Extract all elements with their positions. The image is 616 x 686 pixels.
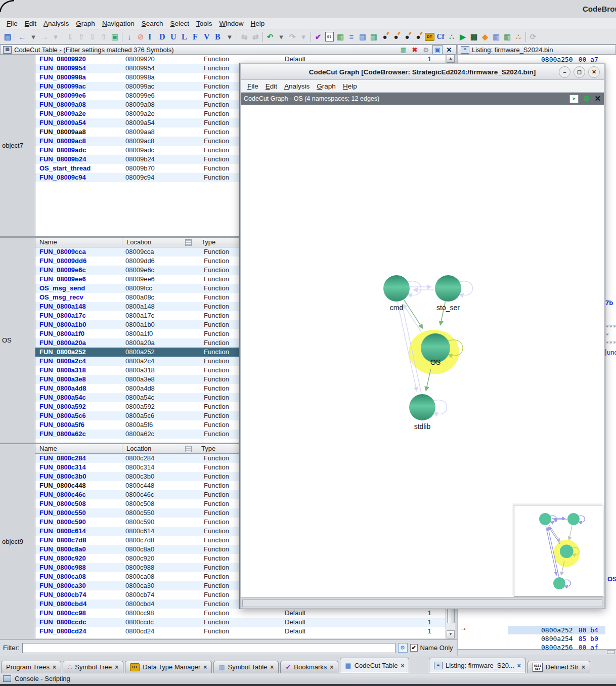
close-button[interactable]: ✕ bbox=[588, 66, 600, 78]
tab-bookmarks[interactable]: ✔Bookmarks× bbox=[280, 661, 338, 673]
maximize-button[interactable]: ◻ bbox=[574, 66, 585, 78]
menu-select[interactable]: Select bbox=[166, 19, 193, 28]
undo-menu-icon[interactable]: ▾ bbox=[276, 31, 287, 43]
forward-icon[interactable]: → bbox=[39, 31, 50, 43]
listing-hex-line[interactable]: 0800a25280 b4 bbox=[541, 626, 598, 634]
options-icon[interactable]: ⚙ bbox=[421, 46, 430, 54]
letter-u-icon[interactable]: U bbox=[168, 31, 180, 43]
scroll-down-icon[interactable]: ▼ bbox=[447, 630, 455, 638]
menu-help[interactable]: Help bbox=[247, 19, 269, 28]
snapshot-doc-icon[interactable]: ▣ bbox=[109, 31, 120, 43]
table-row[interactable]: FUN_0800cd240800cd24FunctionDefault1 bbox=[35, 627, 446, 636]
patch-up-icon[interactable]: ⇧ bbox=[98, 31, 109, 43]
datatype-archive-icon[interactable]: DT bbox=[424, 31, 435, 43]
table-row[interactable]: FUN_0800ccdc0800ccdcFunctionDefault1 bbox=[35, 618, 446, 627]
filter-options-icon[interactable]: ⚙ bbox=[398, 643, 408, 653]
tab-close-icon[interactable]: × bbox=[53, 664, 56, 671]
graph-menu-edit[interactable]: Edit bbox=[262, 81, 281, 91]
tab-symbol-tree[interactable]: ∴Symbol Tree× bbox=[63, 661, 123, 673]
listing-hex-line[interactable]: 0800a25600 af bbox=[541, 643, 598, 652]
tab-data-type-manager[interactable]: DTData Type Manager× bbox=[125, 661, 212, 673]
patch-down-icon[interactable]: ⇩ bbox=[87, 31, 98, 43]
column-header-name[interactable]: Name bbox=[35, 444, 122, 453]
letter-b-icon[interactable]: B bbox=[213, 31, 224, 43]
name-only-checkbox[interactable]: ✔ bbox=[410, 644, 418, 652]
graph-snapshot-icon[interactable]: ➤ bbox=[569, 95, 579, 103]
letter-f-icon[interactable]: F bbox=[191, 31, 202, 43]
pull-disassemble-icon[interactable]: ↓ bbox=[124, 31, 135, 43]
save-icon[interactable]: ▤ bbox=[2, 31, 13, 43]
column-header-location[interactable]: Location bbox=[122, 444, 197, 453]
back-icon[interactable]: ← bbox=[17, 31, 28, 43]
binary-view-icon[interactable]: 01 bbox=[324, 31, 335, 43]
table-row[interactable]: FUN_0800992008009920FunctionDefault1 bbox=[35, 55, 446, 64]
graph-window-titlebar[interactable]: CodeCut Graph [CodeBrowser: StrategicEd2… bbox=[241, 64, 604, 80]
tab-listing-firmware-s20-[interactable]: ≡Listing: firmware_S20...× bbox=[429, 658, 526, 673]
menu-graph[interactable]: Graph bbox=[72, 19, 99, 28]
graph-minimap[interactable] bbox=[514, 505, 603, 597]
menu-analysis[interactable]: Analysis bbox=[40, 19, 72, 28]
sort-icon[interactable] bbox=[185, 239, 192, 246]
tab-close-icon[interactable]: × bbox=[582, 664, 585, 671]
undo-icon[interactable]: ↶ bbox=[265, 31, 276, 43]
snapshot-icon[interactable]: ▣ bbox=[432, 45, 443, 55]
run-script-icon[interactable]: ▶ bbox=[457, 31, 468, 43]
back-menu-icon[interactable]: ▾ bbox=[28, 31, 39, 43]
letter-i-icon[interactable]: I bbox=[146, 31, 157, 43]
tab-symbol-table[interactable]: ▦Symbol Table× bbox=[213, 661, 279, 673]
letter-l-icon[interactable]: L bbox=[180, 31, 191, 43]
letters-menu-icon[interactable]: ▾ bbox=[224, 31, 235, 43]
table-export-icon[interactable]: ▦ bbox=[368, 31, 379, 43]
tab-codecut-table[interactable]: ▦CodeCut Table× bbox=[340, 658, 409, 673]
scroll-up-icon[interactable]: ▲ bbox=[447, 55, 455, 63]
export-program-icon[interactable]: ▦ bbox=[335, 31, 346, 43]
graph-menu-help[interactable]: Help bbox=[339, 81, 361, 91]
graph-menu-file[interactable]: File bbox=[244, 81, 262, 91]
listing-view-icon[interactable]: ≡ bbox=[346, 31, 357, 43]
disassemble-down-icon[interactable]: ⇩ bbox=[65, 31, 76, 43]
menu-navigation[interactable]: Navigation bbox=[99, 19, 138, 28]
send-to-table-icon[interactable]: ▦ bbox=[399, 46, 408, 54]
cf-icon[interactable]: Cf bbox=[435, 31, 446, 43]
sort-icon[interactable] bbox=[185, 446, 192, 452]
letter-v-icon[interactable]: V bbox=[202, 31, 213, 43]
codecut-graph-window[interactable]: CodeCut Graph [CodeBrowser: StrategicEd2… bbox=[240, 63, 605, 609]
listing-hex-line[interactable]: 0800a25485 b0 bbox=[541, 634, 598, 643]
remove-icon[interactable]: ✖ bbox=[410, 46, 419, 54]
filter-input[interactable] bbox=[22, 643, 395, 653]
bomb-2-icon[interactable]: ● bbox=[390, 31, 402, 43]
tab-defined-str[interactable]: 0101DATDefined Str× bbox=[527, 661, 590, 673]
validate-icon[interactable]: ✔ bbox=[313, 31, 324, 43]
prev-selection-icon[interactable]: ⇆ bbox=[239, 31, 250, 43]
menu-edit[interactable]: Edit bbox=[21, 19, 40, 28]
letter-d-icon[interactable]: D bbox=[157, 31, 168, 43]
bomb-1-icon[interactable]: ● bbox=[379, 31, 390, 43]
menu-search[interactable]: Search bbox=[138, 19, 167, 28]
forward-menu-icon[interactable]: ▾ bbox=[50, 31, 61, 43]
memory-map-icon[interactable]: ▩ bbox=[468, 31, 479, 43]
minimize-button[interactable]: – bbox=[559, 66, 570, 78]
graph-menu-graph[interactable]: Graph bbox=[313, 81, 339, 91]
bomb-4-icon[interactable]: ● bbox=[413, 31, 424, 43]
column-header-name[interactable]: Name bbox=[35, 238, 122, 247]
callgraph-icon[interactable]: ∴ bbox=[513, 31, 524, 43]
tab-close-icon[interactable]: × bbox=[330, 664, 333, 671]
menu-tools[interactable]: Tools bbox=[193, 19, 216, 28]
module-graph-icon[interactable]: ∴ bbox=[446, 31, 457, 43]
table-view-icon[interactable]: ▦ bbox=[357, 31, 368, 43]
tab-program-trees[interactable]: Program Trees× bbox=[1, 661, 61, 673]
clear-code-icon[interactable]: ⊘ bbox=[135, 31, 146, 43]
table-row[interactable]: FUN_0800cc980800cc98FunctionDefault1 bbox=[35, 609, 446, 618]
graph-refresh-icon[interactable]: ♻ bbox=[583, 94, 590, 103]
menu-file[interactable]: File bbox=[3, 19, 21, 28]
column-header-location[interactable]: Location bbox=[122, 238, 197, 247]
splitter-arrow-icon[interactable]: → bbox=[459, 623, 467, 632]
next-selection-icon[interactable]: ⇄ bbox=[250, 31, 261, 43]
disassemble-up-icon[interactable]: ⇧ bbox=[76, 31, 87, 43]
symbol-table-icon[interactable]: ▦ bbox=[491, 31, 502, 43]
tab-close-icon[interactable]: × bbox=[270, 664, 274, 671]
redo-menu-icon[interactable]: ▾ bbox=[298, 31, 309, 43]
tab-close-icon[interactable]: × bbox=[203, 664, 207, 671]
redo-icon[interactable]: ↷ bbox=[287, 31, 298, 43]
bomb-3-icon[interactable]: ● bbox=[402, 31, 413, 43]
